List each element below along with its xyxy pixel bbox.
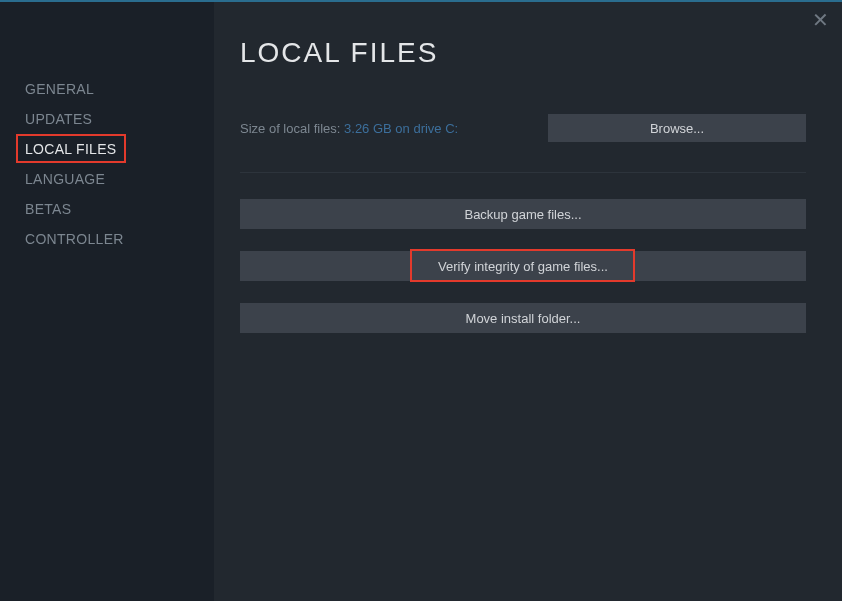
sidebar-item-language[interactable]: LANGUAGE: [0, 164, 214, 194]
size-label: Size of local files:: [240, 121, 344, 136]
sidebar-item-local-files[interactable]: LOCAL FILES: [0, 134, 214, 164]
info-row: Size of local files: 3.26 GB on drive C:…: [240, 114, 806, 142]
size-value: 3.26 GB on drive C:: [344, 121, 458, 136]
sidebar-item-general[interactable]: GENERAL: [0, 74, 214, 104]
divider: [240, 172, 806, 173]
close-icon[interactable]: ✕: [812, 12, 828, 28]
main-panel: ✕ LOCAL FILES Size of local files: 3.26 …: [214, 2, 842, 601]
sidebar-item-betas[interactable]: BETAS: [0, 194, 214, 224]
sidebar-item-updates[interactable]: UPDATES: [0, 104, 214, 134]
move-button[interactable]: Move install folder...: [240, 303, 806, 333]
sidebar-item-controller[interactable]: CONTROLLER: [0, 224, 214, 254]
size-label-text: Size of local files: 3.26 GB on drive C:: [240, 121, 458, 136]
verify-button[interactable]: Verify integrity of game files...: [240, 251, 806, 281]
sidebar: GENERAL UPDATES LOCAL FILES LANGUAGE BET…: [0, 2, 214, 601]
backup-button[interactable]: Backup game files...: [240, 199, 806, 229]
browse-button[interactable]: Browse...: [548, 114, 806, 142]
page-title: LOCAL FILES: [240, 37, 806, 69]
